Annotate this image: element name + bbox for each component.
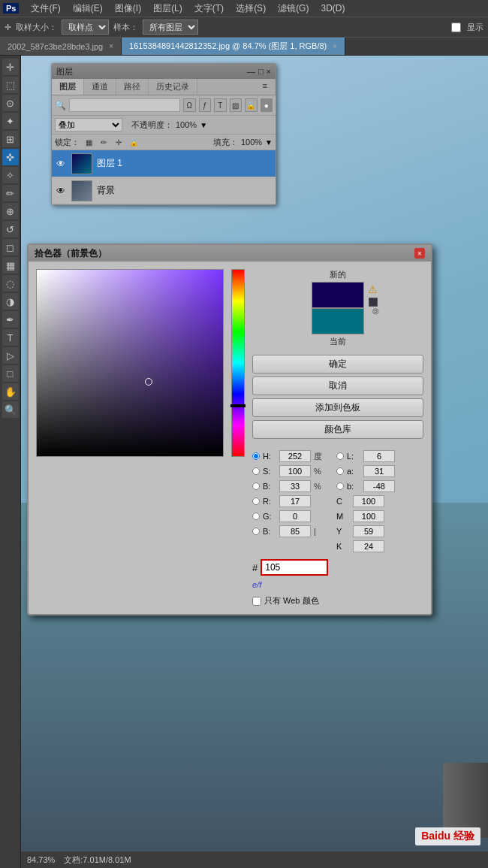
- tab-0[interactable]: 2002_587c3be28bde3.jpg ×: [0, 38, 122, 55]
- m-input[interactable]: [353, 510, 384, 522]
- layer-item-0[interactable]: 👁 图层 1: [52, 150, 276, 177]
- dodge-tool[interactable]: ◑: [2, 293, 19, 310]
- layer-1-name: 背景: [97, 184, 273, 197]
- webcol-checkbox[interactable]: [252, 597, 261, 606]
- l-input[interactable]: [363, 450, 395, 462]
- layers-maximize-btn[interactable]: □: [258, 67, 264, 76]
- color-libraries-button[interactable]: 颜色库: [252, 420, 423, 439]
- options-bar: ✛ 取样大小： 取样点 样本： 所有图层 显示: [0, 17, 488, 38]
- menu-filter[interactable]: 滤镜(G): [275, 1, 312, 17]
- ok-button[interactable]: 确定: [252, 355, 423, 374]
- menu-layer[interactable]: 图层(L): [150, 1, 185, 17]
- b2-input[interactable]: [279, 525, 311, 537]
- lock-pixels-btn[interactable]: ✏: [98, 136, 110, 148]
- layer-attr-btn[interactable]: ▨: [230, 98, 242, 112]
- tab-history[interactable]: 历史记录: [149, 79, 197, 95]
- layer-0-visibility[interactable]: 👁: [55, 158, 67, 170]
- r-input[interactable]: [279, 495, 311, 507]
- tab-paths[interactable]: 路径: [116, 79, 149, 95]
- opacity-label: 不透明度：: [131, 119, 173, 131]
- blab-radio[interactable]: [336, 482, 344, 490]
- color-picker-close[interactable]: ×: [414, 248, 425, 259]
- g-radio[interactable]: [252, 513, 260, 520]
- text-tool[interactable]: T: [2, 329, 19, 346]
- r-radio[interactable]: [252, 498, 260, 505]
- lock-transparent-btn[interactable]: ▦: [83, 136, 95, 148]
- b-radio[interactable]: [252, 482, 260, 490]
- sample-select[interactable]: 所有图层: [143, 20, 198, 35]
- tab-0-label: 2002_587c3be28bde3.jpg: [8, 42, 103, 51]
- move-tool[interactable]: ✛: [2, 59, 19, 75]
- tab-channels[interactable]: 通道: [84, 79, 116, 95]
- layers-filter-input[interactable]: [69, 98, 180, 112]
- g-input[interactable]: [279, 510, 311, 522]
- layer-1-visibility[interactable]: 👁: [55, 185, 67, 197]
- tab-0-close[interactable]: ×: [109, 42, 113, 50]
- tab-layers[interactable]: 图层: [52, 79, 84, 95]
- b2-radio[interactable]: [252, 528, 260, 535]
- magic-wand-tool[interactable]: ✦: [2, 113, 19, 129]
- marquee-tool[interactable]: ⬚: [2, 77, 19, 93]
- h-radio[interactable]: [252, 452, 260, 460]
- layers-close-btn[interactable]: ×: [267, 67, 271, 76]
- layer-mode-btn[interactable]: T: [214, 98, 227, 112]
- layer-item-1[interactable]: 👁 背景: [52, 177, 276, 204]
- brush-tool[interactable]: ✏: [2, 185, 19, 201]
- lock-position-btn[interactable]: ✛: [113, 136, 125, 148]
- hand-tool[interactable]: ✋: [2, 383, 19, 400]
- layer-effect-btn[interactable]: ƒ: [199, 98, 212, 112]
- layers-panel-menu[interactable]: ≡: [255, 79, 276, 95]
- s-radio[interactable]: [252, 467, 260, 475]
- eyedropper-tool active[interactable]: ✜: [2, 149, 19, 165]
- menu-3d[interactable]: 3D(D): [318, 2, 348, 15]
- spot-heal-tool[interactable]: ✧: [2, 167, 19, 183]
- menu-select[interactable]: 选择(S): [233, 1, 269, 17]
- blab-input[interactable]: [363, 480, 395, 492]
- history-brush-tool[interactable]: ↺: [2, 221, 19, 237]
- shape-tool[interactable]: □: [2, 365, 19, 382]
- s-input[interactable]: [279, 465, 311, 477]
- h-input[interactable]: [279, 450, 311, 462]
- menu-file[interactable]: 文件(F): [28, 1, 63, 17]
- fill-label: 填充：: [213, 137, 238, 148]
- cancel-button[interactable]: 取消: [252, 377, 423, 395]
- add-to-swatches-button[interactable]: 添加到色板: [252, 398, 423, 417]
- pen-tool[interactable]: ✒: [2, 311, 19, 328]
- blend-mode-select[interactable]: 叠加: [55, 118, 122, 132]
- tab-1-close[interactable]: ×: [333, 42, 337, 50]
- blur-tool[interactable]: ◌: [2, 275, 19, 292]
- gradient-tool[interactable]: ▦: [2, 257, 19, 274]
- b-input[interactable]: [279, 480, 311, 492]
- sample-size-select[interactable]: 取样点: [62, 20, 109, 35]
- opacity-arrow[interactable]: ▼: [200, 121, 207, 129]
- lock-all-btn[interactable]: 🔒: [128, 136, 140, 148]
- menu-text[interactable]: 文字(T): [191, 1, 227, 17]
- hue-slider[interactable]: [231, 269, 245, 457]
- color-gradient-square[interactable]: [36, 269, 224, 457]
- a-radio[interactable]: [336, 467, 344, 475]
- warning-swatch[interactable]: [369, 298, 378, 307]
- path-select-tool[interactable]: ▷: [2, 347, 19, 364]
- clone-tool[interactable]: ⊕: [2, 203, 19, 219]
- color-picker-dialog: 拾色器（前景色） × 新的: [27, 243, 432, 615]
- menu-edit[interactable]: 编辑(E): [70, 1, 106, 17]
- tab-1[interactable]: 1615384891442812352.jpg @ 84.7% (图层 1, R…: [122, 38, 345, 55]
- a-input[interactable]: [363, 465, 395, 477]
- l-radio[interactable]: [336, 452, 344, 460]
- lasso-tool[interactable]: ⊙: [2, 95, 19, 111]
- fill-arrow[interactable]: ▼: [265, 138, 273, 147]
- layer-kind-btn[interactable]: Ω: [183, 98, 196, 112]
- layers-filter-toggle[interactable]: ●: [261, 98, 273, 112]
- c-input[interactable]: [353, 495, 384, 507]
- display-checkbox[interactable]: [451, 23, 461, 32]
- hex-input[interactable]: [261, 559, 328, 576]
- menu-image[interactable]: 图像(I): [112, 1, 144, 17]
- zoom-tool[interactable]: 🔍: [2, 401, 19, 418]
- layers-minimize-btn[interactable]: —: [247, 67, 255, 76]
- canvas-area: 图层 — □ × 图层 通道 路径 历史记录 ≡ 🔍 Ω ƒ T ▨: [21, 56, 488, 868]
- crop-tool[interactable]: ⊞: [2, 131, 19, 147]
- eraser-tool[interactable]: ◻: [2, 239, 19, 256]
- k-input[interactable]: [353, 540, 384, 552]
- layer-lock-btn-filter[interactable]: 🔒: [245, 98, 258, 112]
- y-input[interactable]: [353, 525, 384, 537]
